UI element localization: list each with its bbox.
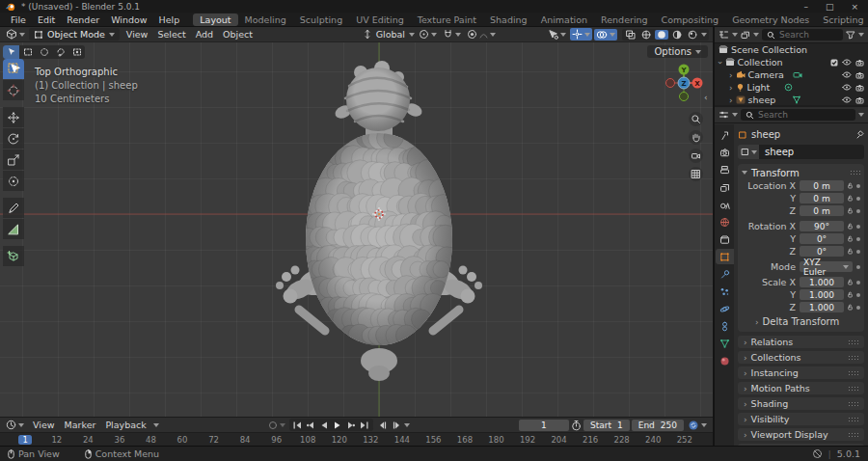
eye-icon[interactable]	[842, 96, 852, 103]
stopwatch-icon[interactable]	[571, 420, 582, 431]
play-button[interactable]	[332, 420, 344, 430]
pan-button[interactable]	[689, 130, 703, 145]
viewport-menu-item[interactable]: Object	[218, 29, 258, 40]
animate-dot-icon[interactable]	[856, 197, 860, 201]
shading-material-button[interactable]	[670, 30, 684, 40]
outliner-search[interactable]: Search	[762, 29, 843, 41]
expand-arrow-icon[interactable]: ›	[729, 70, 733, 80]
workspace-tab[interactable]: Sculpting	[293, 14, 349, 26]
property-section-header[interactable]: › Instancing	[738, 366, 864, 379]
outliner-editor-icon[interactable]	[719, 30, 729, 40]
move-tool[interactable]	[3, 107, 24, 127]
animate-dot-icon[interactable]	[856, 265, 860, 269]
panel-grip-icon[interactable]	[848, 386, 858, 392]
rotation-mode-dropdown[interactable]: XYZ Euler	[800, 261, 853, 272]
workspace-tab[interactable]: UV Editing	[349, 14, 411, 26]
workspace-tab[interactable]: Shading	[483, 14, 534, 26]
step-forward-button[interactable]	[391, 420, 412, 431]
eye-icon[interactable]	[842, 71, 852, 78]
show-overlays-button[interactable]	[594, 29, 617, 41]
menubar-item[interactable]: Render	[61, 14, 105, 25]
animate-dot-icon[interactable]	[856, 293, 860, 297]
outliner-row-collection[interactable]: › Collection	[715, 56, 868, 68]
pivot-point-button[interactable]	[417, 28, 439, 41]
delta-transform-row[interactable]: › Delta Transform	[742, 315, 860, 328]
expand-arrow-icon[interactable]: ›	[729, 95, 733, 105]
tab-physics[interactable]	[716, 301, 734, 316]
render-visibility-icon[interactable]	[855, 96, 864, 104]
transform-value-field[interactable]: 1.000	[800, 302, 844, 312]
close-button[interactable]: ×	[851, 2, 858, 12]
prev-keyframe-button[interactable]	[305, 420, 317, 430]
collapse-arrow-icon[interactable]: ›	[716, 61, 725, 65]
lock-icon[interactable]	[848, 290, 853, 299]
transform-value-field[interactable]: 0°	[800, 233, 844, 244]
scale-tool[interactable]	[3, 149, 24, 170]
menubar-item[interactable]: Help	[153, 14, 186, 25]
orientation-selector[interactable]: Global	[363, 29, 415, 40]
tab-view-layer[interactable]	[716, 179, 734, 195]
tab-object-data[interactable]	[716, 336, 734, 351]
sidebar-toggle-arrow[interactable]: ‹	[704, 93, 708, 102]
playback-sync-button[interactable]	[686, 419, 709, 432]
workspace-tab[interactable]: Compositing	[655, 14, 726, 26]
lock-icon[interactable]	[848, 206, 853, 215]
current-frame-field[interactable]: 1	[519, 420, 569, 431]
transform-value-field[interactable]: 0 m	[800, 180, 844, 191]
property-section-header[interactable]: › Motion Paths	[738, 382, 864, 394]
tab-object[interactable]	[716, 249, 734, 264]
tab-material[interactable]	[716, 353, 734, 368]
animate-dot-icon[interactable]	[856, 184, 860, 188]
transform-value-field[interactable]: 90°	[800, 221, 844, 231]
checkbox-icon[interactable]	[830, 59, 838, 67]
next-keyframe-button[interactable]	[345, 420, 358, 430]
options-button[interactable]: Options	[647, 45, 708, 58]
property-section-header[interactable]: › Relations	[738, 336, 864, 348]
transform-panel-header[interactable]: Transform	[742, 166, 860, 179]
render-visibility-icon[interactable]	[855, 71, 864, 79]
outliner-row-scene-collection[interactable]: Scene Collection	[715, 43, 868, 56]
end-frame-field[interactable]: End 250	[632, 420, 684, 431]
pin-icon[interactable]	[856, 130, 864, 139]
animate-dot-icon[interactable]	[856, 281, 860, 285]
step-back-button[interactable]	[375, 420, 389, 431]
transform-value-field[interactable]: 0 m	[800, 205, 844, 216]
shading-wireframe-button[interactable]	[639, 30, 653, 40]
workspace-tab[interactable]: Rendering	[594, 14, 655, 26]
toggle-xray-button[interactable]	[624, 30, 637, 40]
camera-view-button[interactable]	[689, 149, 703, 163]
menubar-item[interactable]: File	[5, 14, 32, 25]
snapping-button[interactable]	[441, 28, 463, 41]
animate-dot-icon[interactable]	[856, 250, 860, 254]
property-section-header[interactable]: › Collections	[738, 351, 864, 364]
zoom-button[interactable]	[689, 112, 703, 126]
timeline-menu-item[interactable]: View	[28, 420, 60, 430]
panel-grip-icon[interactable]	[850, 170, 860, 176]
gizmo-x-neg-axis[interactable]	[666, 79, 675, 88]
outliner-row-light[interactable]: › Light	[715, 81, 868, 94]
eye-icon[interactable]	[842, 84, 852, 91]
viewport[interactable]: Top Orthographic (1) Collection | sheep …	[0, 42, 713, 417]
collection-label[interactable]: Collection	[738, 57, 783, 68]
jump-to-start-button[interactable]	[291, 420, 304, 430]
select-paint-button[interactable]	[68, 45, 85, 59]
panel-grip-icon[interactable]	[848, 401, 858, 407]
tab-constraints[interactable]	[716, 318, 734, 334]
panel-grip-icon[interactable]	[848, 339, 858, 345]
transform-value-field[interactable]: 0 m	[800, 193, 844, 203]
animate-dot-icon[interactable]	[856, 237, 860, 241]
timeline-editor-type-button[interactable]	[4, 419, 26, 431]
cursor-tool[interactable]	[3, 80, 24, 100]
tab-modifiers[interactable]	[716, 266, 734, 282]
animate-dot-icon[interactable]	[856, 209, 860, 213]
render-visibility-icon[interactable]	[855, 59, 864, 67]
jump-to-end-button[interactable]	[359, 420, 371, 430]
start-frame-field[interactable]: Start 1	[583, 420, 630, 431]
filter-icon[interactable]	[846, 31, 855, 40]
show-object-types-button[interactable]	[546, 29, 568, 41]
panel-grip-icon[interactable]	[848, 370, 858, 376]
expand-arrow-icon[interactable]: ›	[729, 83, 733, 93]
tab-particles[interactable]	[716, 284, 734, 299]
lock-icon[interactable]	[848, 181, 853, 190]
rotate-tool[interactable]	[3, 128, 24, 149]
